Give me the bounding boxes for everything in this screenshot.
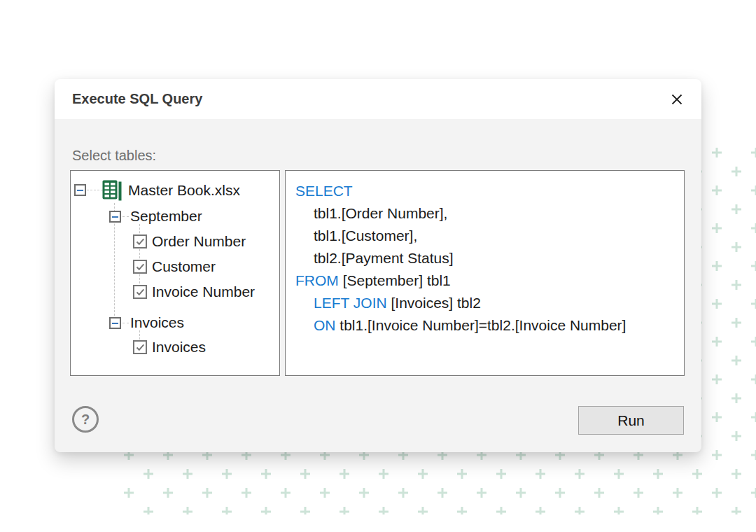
minus-icon: [77, 190, 83, 191]
checkbox-invoices[interactable]: [133, 340, 147, 354]
september-label: September: [130, 208, 202, 224]
tree-item-customer[interactable]: Customer: [152, 257, 216, 276]
help-button[interactable]: ?: [72, 406, 99, 433]
question-mark-icon: ?: [81, 412, 90, 427]
field-label: Invoices: [152, 339, 206, 355]
invoices-group-label: Invoices: [130, 314, 184, 330]
checkmark-icon: [136, 288, 145, 296]
sql-panel: SELECT tbl1.[Order Number], tbl1.[Custom…: [285, 170, 685, 376]
checkmark-icon: [136, 263, 145, 271]
root-collapse-toggle[interactable]: [74, 184, 86, 196]
checkbox-invoice-number[interactable]: [133, 285, 147, 299]
tree-item-september[interactable]: September: [130, 206, 202, 226]
excel-workbook-icon: [102, 180, 122, 204]
sql-keyword-from: FROM: [295, 272, 339, 288]
tree-connector: [122, 323, 129, 323]
invoices-collapse-toggle[interactable]: [109, 317, 121, 329]
dialog-titlebar: Execute SQL Query: [55, 79, 701, 119]
checkbox-customer[interactable]: [133, 260, 147, 274]
sql-keyword-on: ON: [314, 317, 336, 333]
september-collapse-toggle[interactable]: [109, 211, 121, 223]
tree-item-order-number[interactable]: Order Number: [152, 232, 246, 251]
tree-item-invoice-number[interactable]: Invoice Number: [152, 282, 255, 302]
sql-line: tbl2.[Payment Status]: [295, 247, 674, 270]
workbook-label: Master Book.xlsx: [128, 182, 240, 198]
sql-line: LEFT JOIN [Invoices] tbl2: [295, 292, 674, 314]
checkmark-icon: [136, 238, 145, 246]
minus-icon: [112, 216, 118, 218]
screen: Execute SQL Query Select tables:: [0, 0, 756, 532]
sql-join-clause: [Invoices] tbl2: [387, 295, 481, 311]
tree-connector: [87, 190, 103, 190]
tree-connector: [139, 224, 140, 284]
sql-line: ON tbl1.[Invoice Number]=tbl2.[Invoice N…: [295, 314, 674, 337]
tables-tree-panel: Master Book.xlsx September Order Number: [70, 170, 280, 376]
tree-item-invoices[interactable]: Invoices: [152, 337, 206, 357]
sql-line: tbl1.[Order Number],: [295, 202, 674, 225]
select-tables-label: Select tables:: [72, 148, 156, 164]
sql-from-clause: [September] tbl1: [339, 272, 451, 288]
close-button[interactable]: [668, 90, 686, 108]
sql-line: tbl1.[Customer],: [295, 225, 674, 247]
dialog-title: Execute SQL Query: [72, 79, 202, 119]
sql-keyword-left-join: LEFT JOIN: [314, 295, 387, 311]
sql-line: FROM [September] tbl1: [295, 270, 674, 292]
sql-line: SELECT: [295, 180, 674, 202]
minus-icon: [112, 323, 118, 324]
field-label: Order Number: [152, 233, 246, 249]
checkmark-icon: [136, 344, 145, 351]
tree-connector: [122, 216, 129, 217]
sql-on-clause: tbl1.[Invoice Number]=tbl2.[Invoice Numb…: [336, 317, 626, 333]
sql-query-preview: SELECT tbl1.[Order Number], tbl1.[Custom…: [286, 171, 684, 346]
tree-item-invoices-group[interactable]: Invoices: [130, 313, 184, 332]
sql-keyword-select: SELECT: [295, 183, 353, 199]
field-label: Customer: [152, 258, 216, 274]
field-label: Invoice Number: [152, 284, 255, 300]
tree-item-workbook[interactable]: Master Book.xlsx: [128, 181, 240, 200]
execute-sql-query-dialog: Execute SQL Query Select tables:: [55, 79, 701, 452]
close-icon: [670, 92, 684, 106]
checkbox-order-number[interactable]: [133, 234, 147, 248]
run-button[interactable]: Run: [578, 406, 684, 435]
